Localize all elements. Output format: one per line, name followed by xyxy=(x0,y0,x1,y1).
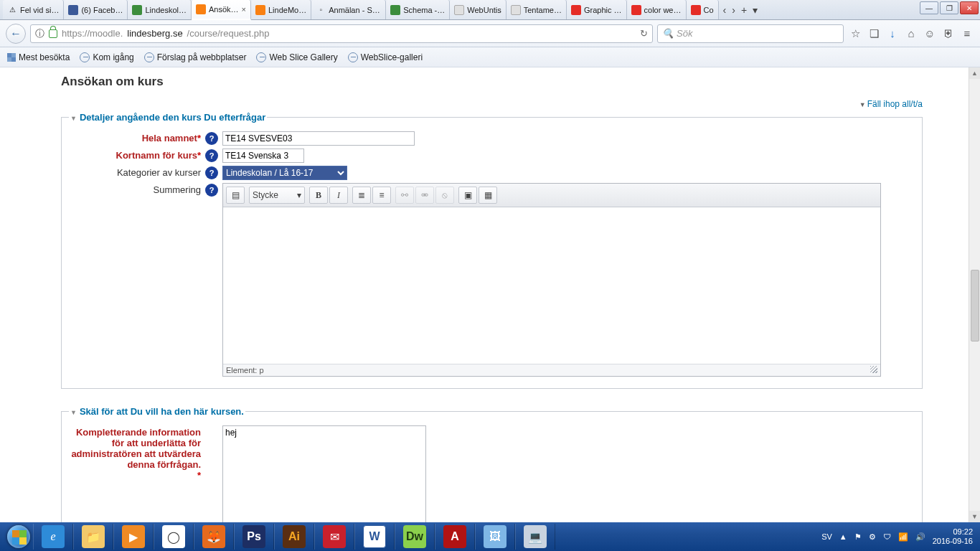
info-icon[interactable]: ⓘ xyxy=(35,27,44,40)
globe-icon xyxy=(348,52,358,62)
pocket-icon[interactable]: ⛨ xyxy=(941,27,956,41)
toolbar-image-button[interactable]: ▣ xyxy=(458,187,477,204)
reason-textarea[interactable]: hej xyxy=(222,425,426,522)
shortname-input[interactable] xyxy=(222,149,304,163)
menu-icon[interactable]: ≡ xyxy=(960,27,974,41)
category-select[interactable]: Lindeskolan / Lå 16-17 xyxy=(222,166,347,180)
scroll-right-icon[interactable]: › xyxy=(732,4,735,16)
label-shortname: Kortnamn för kurs* xyxy=(69,149,205,161)
tray-volume-icon[interactable]: 🔊 xyxy=(915,532,925,542)
chevron-down-icon: ▼ xyxy=(70,115,77,122)
address-bar[interactable]: ⓘ https://moodle.lindesberg.se/course/re… xyxy=(30,24,653,43)
tray-gear-icon[interactable]: ⚙ xyxy=(869,532,876,542)
toolbar-link-button[interactable]: ⚯ xyxy=(395,187,414,204)
tab-4[interactable]: LindeMo… xyxy=(251,0,311,19)
toolbar-bold-button[interactable]: B xyxy=(309,187,328,204)
system-tray: SV ▲ ⚑ ⚙ 🛡 📶 🔊 09:22 2016-09-16 xyxy=(821,527,976,546)
back-button[interactable]: ← xyxy=(6,24,26,44)
taskbar-app-acrobat[interactable]: A xyxy=(435,524,475,550)
help-icon[interactable]: ? xyxy=(205,166,218,179)
help-icon[interactable]: ? xyxy=(205,184,218,197)
site-icon xyxy=(511,5,521,15)
tab-9[interactable]: Graphic … xyxy=(567,0,627,19)
scroll-down-icon[interactable]: ▼ xyxy=(969,511,980,522)
start-button[interactable] xyxy=(4,522,33,551)
help-icon[interactable]: ? xyxy=(205,132,218,145)
resize-handle-icon[interactable] xyxy=(870,366,877,373)
fullname-input[interactable] xyxy=(222,131,415,146)
tab-7[interactable]: WebUntis xyxy=(450,0,506,19)
bookmark-get-started[interactable]: Kom igång xyxy=(80,52,133,62)
clock-icon xyxy=(454,5,464,15)
taskbar-app-photoshop[interactable]: Ps xyxy=(234,524,274,550)
tabs-menu-icon[interactable]: ▾ xyxy=(753,4,758,16)
search-box[interactable]: 🔍 Sök xyxy=(657,24,844,43)
scrollbar-thumb[interactable] xyxy=(971,270,979,342)
toolbar-media-button[interactable]: ▦ xyxy=(479,187,497,204)
taskbar-app-laptop[interactable]: 💻 xyxy=(515,524,555,550)
home-icon[interactable]: ⌂ xyxy=(904,27,918,41)
reload-icon[interactable]: ↻ xyxy=(640,28,648,39)
taskbar-app-photos[interactable]: 🖼 xyxy=(475,524,515,550)
tray-expand-icon[interactable]: ▲ xyxy=(839,532,847,541)
tab-11[interactable]: Co xyxy=(687,0,719,19)
editor-statusbar: Element: p xyxy=(223,364,880,376)
taskbar-app-illustrator[interactable]: Ai xyxy=(274,524,314,550)
help-icon[interactable]: ? xyxy=(205,149,218,162)
collapse-all-link[interactable]: ▼Fäll ihop all/t/a xyxy=(61,99,923,109)
window-minimize-button[interactable]: — xyxy=(920,1,938,14)
moodle-icon xyxy=(196,4,206,14)
bookmark-suggested-sites[interactable]: Förslag på webbplatser xyxy=(144,52,247,62)
new-tab-button[interactable]: + xyxy=(741,4,747,16)
tab-8[interactable]: Tentame… xyxy=(507,0,567,19)
bookmark-star-icon[interactable]: ☆ xyxy=(848,27,862,41)
tab-5[interactable]: ▫Anmälan - Sit… xyxy=(311,0,386,19)
url-path: /course/request.php xyxy=(187,28,270,39)
taskbar-app-chrome[interactable]: ◯ xyxy=(154,524,194,550)
windows-taskbar: e 📁 ▶ ◯ 🦊 Ps Ai ✉ W Dw A 🖼 💻 SV ▲ ⚑ ⚙ 🛡 … xyxy=(0,522,980,551)
bookmark-most-visited[interactable]: Mest besökta xyxy=(7,52,70,62)
window-close-button[interactable]: ✕ xyxy=(960,1,979,14)
section-reason-legend[interactable]: ▼Skäl för att Du vill ha den här kursen. xyxy=(69,406,245,417)
taskbar-app-mail[interactable]: ✉ xyxy=(314,524,354,550)
taskbar-app-word[interactable]: W xyxy=(354,524,395,550)
toolbar-italic-button[interactable]: I xyxy=(329,187,348,204)
editor-textarea[interactable] xyxy=(223,207,880,364)
tab-0[interactable]: ⚠Fel vid si… xyxy=(3,0,64,19)
taskbar-app-explorer[interactable]: 📁 xyxy=(73,524,113,550)
taskbar-app-ie[interactable]: e xyxy=(33,524,73,550)
toolbar-ol-button[interactable]: ≡ xyxy=(372,187,391,204)
bookmark-web-slice-2[interactable]: WebSlice-galleri xyxy=(348,52,423,62)
sidebar-icon[interactable]: ❏ xyxy=(867,27,881,41)
tray-network-icon[interactable]: 📶 xyxy=(898,532,908,542)
toolbar-ul-button[interactable]: ≣ xyxy=(352,187,371,204)
tray-shield-icon[interactable]: 🛡 xyxy=(883,532,891,541)
tab-2[interactable]: Lindeskol… xyxy=(128,0,191,19)
tray-language[interactable]: SV xyxy=(821,532,832,541)
tab-10[interactable]: color we… xyxy=(627,0,687,19)
toolbar-nolink-button[interactable]: ⦸ xyxy=(435,187,454,204)
close-tab-icon[interactable]: × xyxy=(242,5,246,14)
scroll-up-icon[interactable]: ▲ xyxy=(969,67,980,79)
bookmark-web-slice-1[interactable]: Web Slice Gallery xyxy=(256,52,337,62)
tray-flag-icon[interactable]: ⚑ xyxy=(854,532,862,542)
downloads-icon[interactable]: ↓ xyxy=(885,27,900,41)
toolbar-expand-button[interactable]: ▤ xyxy=(226,187,245,204)
toolbar-unlink-button[interactable]: ⚮ xyxy=(415,187,434,204)
taskbar-app-dreamweaver[interactable]: Dw xyxy=(395,524,435,550)
window-maximize-button[interactable]: ❐ xyxy=(940,1,958,14)
scroll-left-icon[interactable]: ‹ xyxy=(723,4,727,16)
windows-orb-icon xyxy=(7,525,30,548)
page-scrollbar[interactable]: ▲ ▼ xyxy=(969,67,980,522)
section-course-details-legend[interactable]: ▼Detaljer angående den kurs Du efterfråg… xyxy=(69,112,267,123)
tab-1[interactable]: (6) Faceb… xyxy=(64,0,128,19)
tab-6[interactable]: Schema -… xyxy=(386,0,450,19)
account-icon[interactable]: ☺ xyxy=(923,27,937,41)
tab-3-active[interactable]: Ansök…× xyxy=(192,0,251,20)
toolbar-style-select[interactable]: Stycke▾ xyxy=(249,187,305,204)
taskbar-app-mediaplayer[interactable]: ▶ xyxy=(113,524,154,550)
youtube-icon xyxy=(571,5,581,15)
taskbar-app-firefox[interactable]: 🦊 xyxy=(194,524,234,550)
tray-clock[interactable]: 09:22 2016-09-16 xyxy=(933,527,973,546)
lock-icon xyxy=(49,29,57,38)
